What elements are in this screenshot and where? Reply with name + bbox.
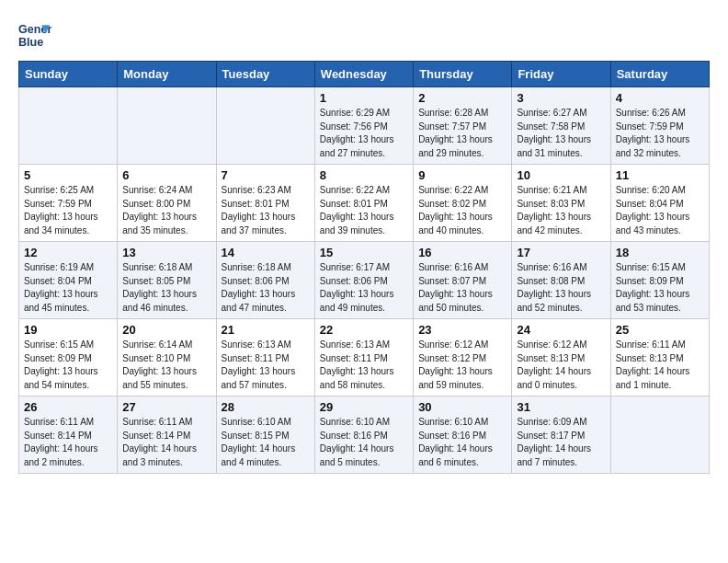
calendar-cell: 20Sunrise: 6:14 AM Sunset: 8:10 PM Dayli… [118,319,216,396]
day-number: 13 [122,246,210,259]
day-number: 22 [320,323,408,337]
day-info: Sunrise: 6:22 AM Sunset: 8:02 PM Dayligh… [418,184,506,237]
day-number: 9 [418,168,506,182]
calendar-cell: 12Sunrise: 6:19 AM Sunset: 8:04 PM Dayli… [19,242,118,319]
calendar-week-row: 1Sunrise: 6:29 AM Sunset: 7:56 PM Daylig… [19,87,710,165]
day-info: Sunrise: 6:14 AM Sunset: 8:10 PM Dayligh… [122,339,210,392]
day-info: Sunrise: 6:25 AM Sunset: 7:59 PM Dayligh… [24,184,112,237]
calendar-cell: 11Sunrise: 6:20 AM Sunset: 8:04 PM Dayli… [610,165,709,242]
day-info: Sunrise: 6:10 AM Sunset: 8:16 PM Dayligh… [418,416,506,469]
calendar-week-row: 12Sunrise: 6:19 AM Sunset: 8:04 PM Dayli… [19,242,710,319]
day-number: 1 [320,91,408,105]
day-info: Sunrise: 6:28 AM Sunset: 7:57 PM Dayligh… [418,107,506,160]
calendar-cell [610,396,709,474]
day-info: Sunrise: 6:17 AM Sunset: 8:06 PM Dayligh… [320,261,408,315]
day-number: 3 [517,91,605,105]
calendar-cell: 8Sunrise: 6:22 AM Sunset: 8:01 PM Daylig… [314,165,413,242]
calendar-cell: 1Sunrise: 6:29 AM Sunset: 7:56 PM Daylig… [314,87,413,165]
day-info: Sunrise: 6:13 AM Sunset: 8:11 PM Dayligh… [222,339,310,392]
calendar-cell: 6Sunrise: 6:24 AM Sunset: 8:00 PM Daylig… [118,165,216,242]
day-number: 4 [616,91,704,105]
day-info: Sunrise: 6:12 AM Sunset: 8:12 PM Dayligh… [418,339,506,392]
day-of-week-header: Sunday [19,62,118,87]
day-number: 5 [24,168,112,182]
day-number: 19 [24,323,112,337]
day-info: Sunrise: 6:18 AM Sunset: 8:06 PM Dayligh… [222,261,310,315]
calendar-cell: 2Sunrise: 6:28 AM Sunset: 7:57 PM Daylig… [414,87,512,165]
calendar-cell: 14Sunrise: 6:18 AM Sunset: 8:06 PM Dayli… [216,242,314,319]
day-info: Sunrise: 6:27 AM Sunset: 7:58 PM Dayligh… [517,107,605,160]
day-info: Sunrise: 6:20 AM Sunset: 8:04 PM Dayligh… [616,184,704,237]
day-info: Sunrise: 6:11 AM Sunset: 8:14 PM Dayligh… [24,416,112,469]
calendar-cell: 10Sunrise: 6:21 AM Sunset: 8:03 PM Dayli… [512,165,610,242]
day-info: Sunrise: 6:11 AM Sunset: 8:14 PM Dayligh… [122,416,210,469]
day-of-week-header: Monday [118,62,216,87]
day-number: 12 [24,246,112,259]
day-number: 26 [24,400,112,414]
day-of-week-header: Wednesday [314,62,413,87]
calendar-cell: 5Sunrise: 6:25 AM Sunset: 7:59 PM Daylig… [19,165,118,242]
calendar-cell: 17Sunrise: 6:16 AM Sunset: 8:08 PM Dayli… [512,242,610,319]
day-info: Sunrise: 6:21 AM Sunset: 8:03 PM Dayligh… [517,184,605,237]
day-info: Sunrise: 6:15 AM Sunset: 8:09 PM Dayligh… [24,339,112,392]
day-number: 20 [122,323,210,337]
day-number: 6 [122,168,210,182]
day-number: 2 [418,91,506,105]
day-info: Sunrise: 6:22 AM Sunset: 8:01 PM Dayligh… [320,184,408,237]
day-number: 15 [320,246,408,259]
day-info: Sunrise: 6:09 AM Sunset: 8:17 PM Dayligh… [517,416,605,469]
day-info: Sunrise: 6:16 AM Sunset: 8:08 PM Dayligh… [517,261,605,315]
calendar-cell: 9Sunrise: 6:22 AM Sunset: 8:02 PM Daylig… [414,165,512,242]
day-number: 27 [122,400,210,414]
calendar-cell: 22Sunrise: 6:13 AM Sunset: 8:11 PM Dayli… [314,319,413,396]
calendar-cell: 23Sunrise: 6:12 AM Sunset: 8:12 PM Dayli… [414,319,512,396]
calendar-cell: 28Sunrise: 6:10 AM Sunset: 8:15 PM Dayli… [216,396,314,474]
day-number: 11 [616,168,704,182]
day-number: 25 [616,323,704,337]
day-info: Sunrise: 6:11 AM Sunset: 8:13 PM Dayligh… [616,339,704,392]
calendar-cell: 15Sunrise: 6:17 AM Sunset: 8:06 PM Dayli… [314,242,413,319]
day-info: Sunrise: 6:16 AM Sunset: 8:07 PM Dayligh… [418,261,506,315]
calendar-table: SundayMondayTuesdayWednesdayThursdayFrid… [18,61,710,474]
day-of-week-header: Friday [512,62,610,87]
day-of-week-header: Thursday [414,62,512,87]
calendar-cell [216,87,314,165]
day-info: Sunrise: 6:10 AM Sunset: 8:16 PM Dayligh… [320,416,408,469]
calendar-week-row: 26Sunrise: 6:11 AM Sunset: 8:14 PM Dayli… [19,396,710,474]
calendar-cell: 29Sunrise: 6:10 AM Sunset: 8:16 PM Dayli… [314,396,413,474]
calendar-week-row: 5Sunrise: 6:25 AM Sunset: 7:59 PM Daylig… [19,165,710,242]
calendar-cell: 13Sunrise: 6:18 AM Sunset: 8:05 PM Dayli… [118,242,216,319]
calendar-cell: 25Sunrise: 6:11 AM Sunset: 8:13 PM Dayli… [610,319,709,396]
day-number: 31 [517,400,605,414]
day-of-week-header: Saturday [610,62,709,87]
day-number: 7 [222,168,310,182]
day-number: 28 [222,400,310,414]
calendar-cell: 16Sunrise: 6:16 AM Sunset: 8:07 PM Dayli… [414,242,512,319]
logo-icon: General Blue [18,18,51,52]
day-number: 30 [418,400,506,414]
day-number: 8 [320,168,408,182]
calendar-cell: 4Sunrise: 6:26 AM Sunset: 7:59 PM Daylig… [610,87,709,165]
day-info: Sunrise: 6:19 AM Sunset: 8:04 PM Dayligh… [24,261,112,315]
day-of-week-header: Tuesday [216,62,314,87]
day-info: Sunrise: 6:29 AM Sunset: 7:56 PM Dayligh… [320,107,408,160]
day-info: Sunrise: 6:18 AM Sunset: 8:05 PM Dayligh… [122,261,210,315]
svg-text:Blue: Blue [18,36,43,49]
calendar-cell: 24Sunrise: 6:12 AM Sunset: 8:13 PM Dayli… [512,319,610,396]
day-info: Sunrise: 6:12 AM Sunset: 8:13 PM Dayligh… [517,339,605,392]
day-info: Sunrise: 6:10 AM Sunset: 8:15 PM Dayligh… [222,416,310,469]
day-info: Sunrise: 6:24 AM Sunset: 8:00 PM Dayligh… [122,184,210,237]
calendar-cell: 31Sunrise: 6:09 AM Sunset: 8:17 PM Dayli… [512,396,610,474]
day-number: 16 [418,246,506,259]
day-info: Sunrise: 6:23 AM Sunset: 8:01 PM Dayligh… [222,184,310,237]
calendar-cell: 27Sunrise: 6:11 AM Sunset: 8:14 PM Dayli… [118,396,216,474]
calendar-cell: 18Sunrise: 6:15 AM Sunset: 8:09 PM Dayli… [610,242,709,319]
day-number: 23 [418,323,506,337]
day-number: 14 [222,246,310,259]
calendar-cell: 19Sunrise: 6:15 AM Sunset: 8:09 PM Dayli… [19,319,118,396]
day-number: 29 [320,400,408,414]
calendar-cell [19,87,118,165]
day-info: Sunrise: 6:13 AM Sunset: 8:11 PM Dayligh… [320,339,408,392]
calendar-cell: 3Sunrise: 6:27 AM Sunset: 7:58 PM Daylig… [512,87,610,165]
calendar-header-row: SundayMondayTuesdayWednesdayThursdayFrid… [19,62,710,87]
